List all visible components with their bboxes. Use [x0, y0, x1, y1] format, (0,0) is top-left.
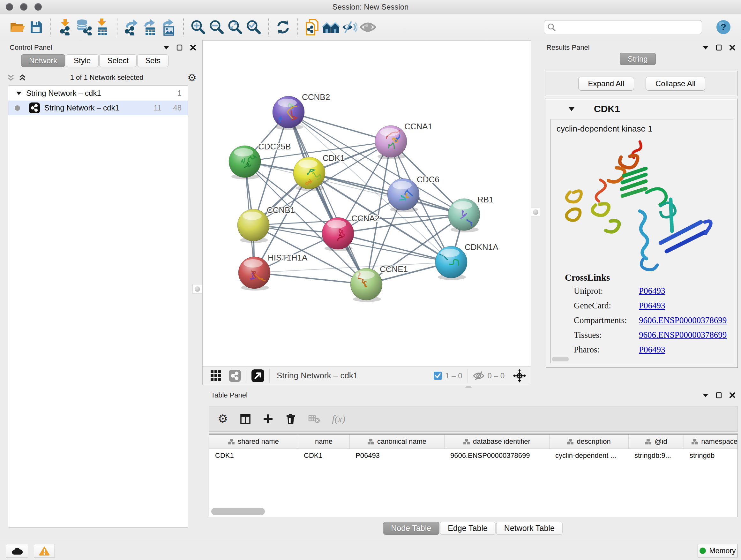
panel-collapse-icon[interactable] [702, 44, 709, 51]
table-cell[interactable]: stringdb:9... [629, 449, 684, 462]
warnings-button[interactable] [34, 544, 55, 557]
network-node-ccnb1[interactable] [238, 209, 269, 243]
network-canvas[interactable]: CCNB2CCNA1CDC25BCDK1CDC6RB1CCNB1CCNA2CDK… [203, 41, 531, 366]
crosslink-value-link[interactable]: P06493 [639, 286, 665, 296]
table-cell[interactable]: stringdb [684, 449, 738, 462]
save-session-button[interactable] [27, 18, 45, 37]
hidden-eye-icon[interactable] [473, 371, 484, 381]
import-network-from-database-button[interactable] [75, 18, 93, 37]
tree-expand-icon[interactable] [16, 91, 22, 96]
column-header-namespace[interactable]: namespace [684, 435, 738, 449]
crosslink-value-link[interactable]: 9606.ENSP00000378699 [639, 315, 727, 325]
panel-float-icon[interactable] [176, 44, 183, 51]
panel-close-icon[interactable] [729, 44, 736, 51]
cloud-status-button[interactable] [6, 544, 28, 557]
zoom-out-button[interactable] [207, 18, 226, 37]
expand-all-icon[interactable] [18, 74, 26, 81]
share-view-icon[interactable] [229, 370, 241, 382]
section-collapse-icon[interactable] [568, 106, 575, 112]
network-node-ccna1[interactable] [375, 125, 407, 159]
panel-close-icon[interactable] [190, 44, 197, 51]
import-table-button[interactable] [93, 18, 112, 37]
crosslink-value-link[interactable]: 9606.ENSP00000378699 [639, 330, 727, 340]
import-network-button[interactable] [56, 18, 75, 37]
help-button[interactable]: ? [714, 18, 733, 37]
crosslink-label: Tissues: [574, 330, 631, 340]
share-document-button[interactable] [303, 18, 322, 37]
delete-column-icon[interactable] [285, 413, 296, 425]
export-table-button[interactable] [141, 18, 159, 37]
network-edge[interactable] [254, 273, 366, 284]
birdseye-grid-icon[interactable] [210, 370, 222, 381]
network-node-ccne1[interactable] [350, 268, 382, 302]
table-cell[interactable]: CDK1 [298, 449, 350, 462]
network-node-cdc6[interactable] [387, 179, 419, 212]
table-cell[interactable]: 9606.ENSP00000378699 [445, 449, 549, 462]
hide-selected-button[interactable] [340, 18, 359, 37]
collapse-all-icon[interactable] [7, 74, 15, 81]
column-header-canonical-name[interactable]: canonical name [350, 435, 445, 449]
network-node-cdkn1a[interactable] [435, 246, 467, 280]
export-network-button[interactable] [123, 18, 141, 37]
export-image-button[interactable] [159, 18, 178, 37]
network-row[interactable]: String Network – cdk1 11 48 [8, 101, 188, 115]
panel-float-icon[interactable] [716, 44, 723, 51]
refresh-view-button[interactable] [274, 18, 292, 37]
column-header-database-identifier[interactable]: database identifier [445, 435, 549, 449]
zoom-in-button[interactable] [189, 18, 207, 37]
tab-string[interactable]: String [620, 53, 656, 65]
network-label: String Network – cdk1 [44, 104, 119, 112]
zoom-fit-button[interactable] [226, 18, 245, 37]
tab-style[interactable]: Style [66, 54, 98, 67]
collapse-all-button[interactable]: Collapse All [646, 77, 705, 91]
crosslink-value-link[interactable]: P06493 [639, 345, 665, 355]
expand-all-button[interactable]: Expand All [578, 77, 634, 91]
network-options-gear-icon[interactable]: ⚙ [187, 72, 197, 83]
toolbar-separator [268, 18, 269, 37]
network-node-cdk1[interactable] [293, 157, 325, 191]
zoom-selected-button[interactable] [245, 18, 263, 37]
function-builder-icon[interactable]: f(x) [332, 414, 345, 424]
column-header--id[interactable]: @id [629, 435, 684, 449]
column-header-shared-name[interactable]: shared name [209, 435, 298, 449]
network-collection-row[interactable]: String Network – cdk1 1 [8, 86, 188, 101]
network-node-cdc25b[interactable] [229, 145, 261, 179]
network-node-rb1[interactable] [448, 199, 480, 233]
table-settings-gear-icon[interactable]: ⚙ [218, 413, 228, 425]
memory-button[interactable]: Memory [697, 544, 738, 557]
search-input[interactable] [558, 23, 698, 32]
show-graphics-button[interactable] [359, 18, 377, 37]
tab-network[interactable]: Network [21, 54, 65, 67]
table-row[interactable]: CDK1CDK1P064939606.ENSP00000378699cyclin… [209, 449, 738, 462]
show-columns-icon[interactable] [240, 414, 251, 424]
tab-network-table[interactable]: Network Table [496, 522, 562, 535]
tab-sets[interactable]: Sets [137, 54, 169, 67]
table-cell[interactable]: CDK1 [209, 449, 298, 462]
network-node-hist1h1a[interactable] [239, 257, 270, 291]
delete-table-icon[interactable] [308, 415, 320, 423]
tab-node-table[interactable]: Node Table [383, 522, 439, 535]
selected-checkbox-icon[interactable] [434, 372, 442, 380]
add-column-icon[interactable] [263, 414, 273, 424]
panel-float-icon[interactable] [716, 392, 723, 399]
table-cell[interactable]: P06493 [350, 449, 445, 462]
scrollbar-thumb[interactable] [211, 508, 265, 515]
column-header-description[interactable]: description [549, 435, 629, 449]
panel-close-icon[interactable] [729, 392, 736, 399]
move-crosshair-icon[interactable] [513, 369, 526, 382]
home-networks-button[interactable] [322, 18, 340, 37]
scroll-nub[interactable] [552, 357, 569, 361]
left-splitter-handle[interactable] [192, 284, 202, 294]
open-session-button[interactable] [8, 18, 27, 37]
panel-collapse-icon[interactable] [163, 44, 170, 51]
table-horizontal-scrollbar[interactable] [211, 508, 735, 515]
table-cell[interactable]: cyclin-dependent ... [549, 449, 629, 462]
panel-collapse-icon[interactable] [702, 392, 709, 398]
tab-select[interactable]: Select [99, 54, 137, 67]
crosslink-value-link[interactable]: P06493 [639, 301, 665, 311]
column-header-name[interactable]: name [298, 435, 350, 449]
node-details-header[interactable]: CDK1 [546, 99, 738, 118]
right-splitter-handle[interactable] [531, 207, 540, 217]
open-external-icon[interactable] [252, 369, 264, 382]
tab-edge-table[interactable]: Edge Table [440, 522, 495, 535]
